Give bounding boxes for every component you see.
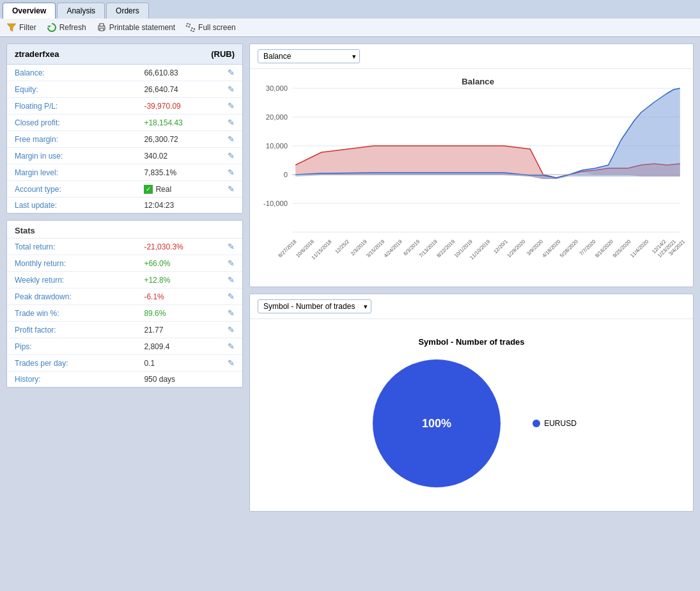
balance-chart-header: Balance bbox=[250, 44, 693, 69]
tab-bar: Overview Analysis Orders bbox=[0, 0, 700, 19]
right-panel: Balance 30,000 20,000 10,000 bbox=[249, 43, 694, 512]
fullscreen-icon bbox=[185, 22, 196, 33]
trade-win-edit[interactable] bbox=[220, 305, 242, 322]
weekly-return-edit[interactable] bbox=[220, 272, 242, 288]
svg-text:5/28/2020: 5/28/2020 bbox=[559, 239, 579, 259]
pencil-icon bbox=[228, 168, 235, 177]
symbol-chart-card: Symbol - Number of trades Symbol - Numbe… bbox=[249, 294, 694, 512]
weekly-return-value: +12.8% bbox=[136, 272, 220, 288]
svg-text:3/15/2019: 3/15/2019 bbox=[365, 239, 385, 259]
trades-per-day-label: Trades per day: bbox=[7, 355, 136, 372]
margin-level-label: Margin level: bbox=[7, 164, 136, 181]
table-row: Account type: ✓ Real bbox=[7, 181, 242, 198]
margin-in-use-value: 340.02 bbox=[136, 148, 220, 164]
monthly-return-value: +66.0% bbox=[136, 255, 220, 272]
trades-per-day-edit[interactable] bbox=[220, 355, 242, 372]
account-type-edit[interactable] bbox=[220, 181, 242, 198]
filter-icon bbox=[6, 22, 17, 33]
svg-marker-0 bbox=[7, 24, 16, 31]
symbol-chart-header: Symbol - Number of trades bbox=[250, 294, 693, 319]
balance-value: 66,610.83 bbox=[136, 65, 220, 81]
peak-drawdown-value: -6.1% bbox=[136, 288, 220, 305]
svg-text:12/20/1: 12/20/1 bbox=[492, 239, 509, 255]
pencil-icon bbox=[228, 242, 235, 251]
trades-per-day-value: 0.1 bbox=[136, 355, 220, 372]
total-return-edit[interactable] bbox=[220, 239, 242, 255]
table-row: Trade win %: 89.6% bbox=[7, 305, 242, 322]
history-value: 950 days bbox=[136, 372, 220, 388]
fullscreen-button[interactable]: Full screen bbox=[185, 22, 236, 33]
tab-analysis[interactable]: Analysis bbox=[57, 3, 105, 19]
stats-table: Total return: -21,030.3% Monthly return:… bbox=[7, 239, 242, 387]
svg-text:-10,000: -10,000 bbox=[263, 200, 288, 207]
svg-marker-1 bbox=[47, 26, 51, 28]
closed-profit-edit[interactable] bbox=[220, 114, 242, 131]
profit-factor-edit[interactable] bbox=[220, 322, 242, 338]
main-content: ztraderfxea (RUB) Balance: 66,610.83 Equ… bbox=[0, 37, 700, 518]
pencil-icon bbox=[228, 68, 235, 77]
margin-in-use-edit[interactable] bbox=[220, 148, 242, 164]
pencil-icon bbox=[228, 185, 235, 194]
print-button[interactable]: Printable statement bbox=[97, 22, 175, 33]
pencil-icon bbox=[228, 135, 235, 144]
total-return-value: -21,030.3% bbox=[136, 239, 220, 255]
balance-chart-select[interactable]: Balance bbox=[258, 49, 360, 63]
svg-text:100%: 100% bbox=[422, 417, 451, 430]
table-row: Floating P/L: -39,970.09 bbox=[7, 98, 242, 114]
pencil-icon bbox=[228, 102, 235, 111]
balance-select-wrapper: Balance bbox=[258, 49, 360, 63]
tab-overview[interactable]: Overview bbox=[3, 3, 56, 19]
pencil-icon bbox=[228, 359, 235, 368]
free-margin-label: Free margin: bbox=[7, 131, 136, 148]
balance-chart-svg: 30,000 20,000 10,000 0 -10,000 bbox=[256, 75, 687, 267]
last-update-label: Last update: bbox=[7, 198, 136, 214]
floating-pl-value: -39,970.09 bbox=[136, 98, 220, 114]
account-currency: (RUB) bbox=[211, 49, 235, 59]
margin-level-edit[interactable] bbox=[220, 164, 242, 181]
closed-profit-label: Closed profit: bbox=[7, 114, 136, 131]
symbol-select-wrapper: Symbol - Number of trades bbox=[258, 299, 371, 313]
pie-chart-area: Symbol - Number of trades 100% EURUSD bbox=[250, 319, 693, 511]
margin-in-use-label: Margin in use: bbox=[7, 148, 136, 164]
monthly-return-edit[interactable] bbox=[220, 255, 242, 272]
account-type-value: ✓ Real bbox=[136, 181, 220, 198]
stats-card: Stats Total return: -21,030.3% Monthly r… bbox=[6, 220, 243, 388]
table-row: Balance: 66,610.83 bbox=[7, 65, 242, 81]
refresh-icon bbox=[47, 22, 57, 33]
pencil-icon bbox=[228, 326, 235, 335]
pips-edit[interactable] bbox=[220, 338, 242, 355]
equity-edit[interactable] bbox=[220, 81, 242, 98]
table-row: Free margin: 26,300.72 bbox=[7, 131, 242, 148]
trade-win-value: 89.6% bbox=[136, 305, 220, 322]
svg-text:11/4/2020: 11/4/2020 bbox=[629, 239, 649, 259]
svg-text:9/25/2020: 9/25/2020 bbox=[612, 239, 632, 259]
svg-rect-5 bbox=[187, 24, 190, 27]
svg-text:20,000: 20,000 bbox=[266, 113, 288, 121]
tab-orders[interactable]: Orders bbox=[106, 3, 149, 19]
svg-text:1/29/2020: 1/29/2020 bbox=[506, 239, 527, 259]
total-return-label: Total return: bbox=[7, 239, 136, 255]
last-update-value: 12:04:23 bbox=[136, 198, 220, 214]
toolbar: Filter Refresh Printable statement Full … bbox=[0, 19, 700, 37]
svg-text:10,000: 10,000 bbox=[266, 142, 288, 150]
balance-label: Balance: bbox=[7, 65, 136, 81]
refresh-button[interactable]: Refresh bbox=[47, 22, 86, 33]
table-row: Peak drawdown: -6.1% bbox=[7, 288, 242, 305]
legend-label-eurusd: EURUSD bbox=[544, 419, 577, 428]
floating-pl-edit[interactable] bbox=[220, 98, 242, 114]
account-type-label: Account type: bbox=[7, 181, 136, 198]
table-row: Profit factor: 21.77 bbox=[7, 322, 242, 338]
peak-drawdown-edit[interactable] bbox=[220, 288, 242, 305]
symbol-chart-select[interactable]: Symbol - Number of trades bbox=[258, 299, 371, 313]
pencil-icon bbox=[228, 309, 235, 318]
table-row: Margin in use: 340.02 bbox=[7, 148, 242, 164]
table-row: Margin level: 7,835.1% bbox=[7, 164, 242, 181]
table-row: Pips: 2,809.4 bbox=[7, 338, 242, 355]
free-margin-edit[interactable] bbox=[220, 131, 242, 148]
svg-text:4/18/2020: 4/18/2020 bbox=[541, 239, 562, 259]
filter-button[interactable]: Filter bbox=[6, 22, 36, 33]
pencil-icon bbox=[228, 118, 235, 127]
legend-item-eurusd: EURUSD bbox=[533, 419, 577, 428]
history-label: History: bbox=[7, 372, 136, 388]
balance-edit[interactable] bbox=[220, 65, 242, 81]
